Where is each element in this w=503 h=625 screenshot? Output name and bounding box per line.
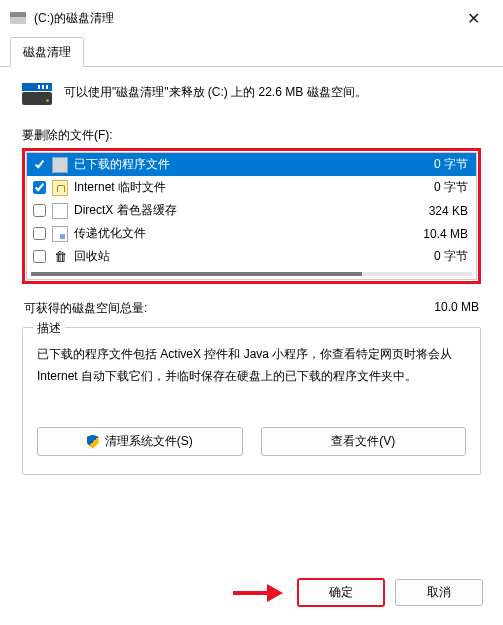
annotation-arrow <box>233 584 285 602</box>
file-size: 0 字节 <box>408 156 468 173</box>
file-row[interactable]: Internet 临时文件 0 字节 <box>27 176 476 199</box>
clean-system-files-button[interactable]: 清理系统文件(S) <box>37 427 243 456</box>
description-text: 已下载的程序文件包括 ActiveX 控件和 Java 小程序，你查看特定网页时… <box>37 344 466 387</box>
cancel-button[interactable]: 取消 <box>395 579 483 606</box>
file-row[interactable]: 传递优化文件 10.4 MB <box>27 222 476 245</box>
file-size: 10.4 MB <box>408 227 468 241</box>
intro-text: 可以使用"磁盘清理"来释放 (C:) 上的 22.6 MB 磁盘空间。 <box>64 81 367 102</box>
file-size: 0 字节 <box>408 179 468 196</box>
file-name: Internet 临时文件 <box>74 179 402 196</box>
description-button-row: 清理系统文件(S) 查看文件(V) <box>37 427 466 456</box>
file-checkbox[interactable] <box>33 158 46 171</box>
description-legend: 描述 <box>33 320 65 337</box>
view-files-button[interactable]: 查看文件(V) <box>261 427 467 456</box>
scrollbar-horizontal[interactable] <box>31 272 472 276</box>
gain-row: 可获得的磁盘空间总量: 10.0 MB <box>24 300 479 317</box>
file-checkbox[interactable] <box>33 181 46 194</box>
lock-icon <box>52 180 68 196</box>
button-label: 取消 <box>427 584 451 601</box>
shield-icon <box>87 435 99 449</box>
drive-large-icon <box>22 83 52 105</box>
close-button[interactable]: ✕ <box>453 9 493 28</box>
tab-disk-cleanup[interactable]: 磁盘清理 <box>10 37 84 67</box>
file-name: DirectX 着色器缓存 <box>74 202 402 219</box>
file-row[interactable]: 已下载的程序文件 0 字节 <box>27 153 476 176</box>
highlight-frame: 已下载的程序文件 0 字节 Internet 临时文件 0 字节 DirectX… <box>22 148 481 284</box>
file-name: 已下载的程序文件 <box>74 156 402 173</box>
app-icon <box>52 157 68 173</box>
file-checkbox[interactable] <box>33 250 46 263</box>
content-area: 可以使用"磁盘清理"来释放 (C:) 上的 22.6 MB 磁盘空间。 要删除的… <box>0 67 503 485</box>
file-row[interactable]: DirectX 着色器缓存 324 KB <box>27 199 476 222</box>
files-list[interactable]: 已下载的程序文件 0 字节 Internet 临时文件 0 字节 DirectX… <box>26 152 477 280</box>
file-name: 传递优化文件 <box>74 225 402 242</box>
ok-button[interactable]: 确定 <box>297 578 385 607</box>
gain-label: 可获得的磁盘空间总量: <box>24 300 147 317</box>
trash-icon <box>52 249 68 265</box>
file-icon <box>52 226 68 242</box>
file-size: 324 KB <box>408 204 468 218</box>
file-icon <box>52 203 68 219</box>
button-label: 确定 <box>329 584 353 601</box>
file-size: 0 字节 <box>408 248 468 265</box>
file-name: 回收站 <box>74 248 402 265</box>
files-list-label: 要删除的文件(F): <box>22 127 481 144</box>
button-label: 查看文件(V) <box>331 433 395 450</box>
titlebar: (C:)的磁盘清理 ✕ <box>0 0 503 36</box>
file-checkbox[interactable] <box>33 204 46 217</box>
file-checkbox[interactable] <box>33 227 46 240</box>
dialog-footer: 确定 取消 <box>233 578 483 607</box>
intro-row: 可以使用"磁盘清理"来释放 (C:) 上的 22.6 MB 磁盘空间。 <box>22 81 481 105</box>
description-fieldset: 描述 已下载的程序文件包括 ActiveX 控件和 Java 小程序，你查看特定… <box>22 327 481 475</box>
tab-row: 磁盘清理 <box>0 36 503 67</box>
button-label: 清理系统文件(S) <box>105 433 193 450</box>
gain-value: 10.0 MB <box>434 300 479 317</box>
window-title: (C:)的磁盘清理 <box>34 10 453 27</box>
file-row[interactable]: 回收站 0 字节 <box>27 245 476 268</box>
drive-icon <box>10 12 26 24</box>
